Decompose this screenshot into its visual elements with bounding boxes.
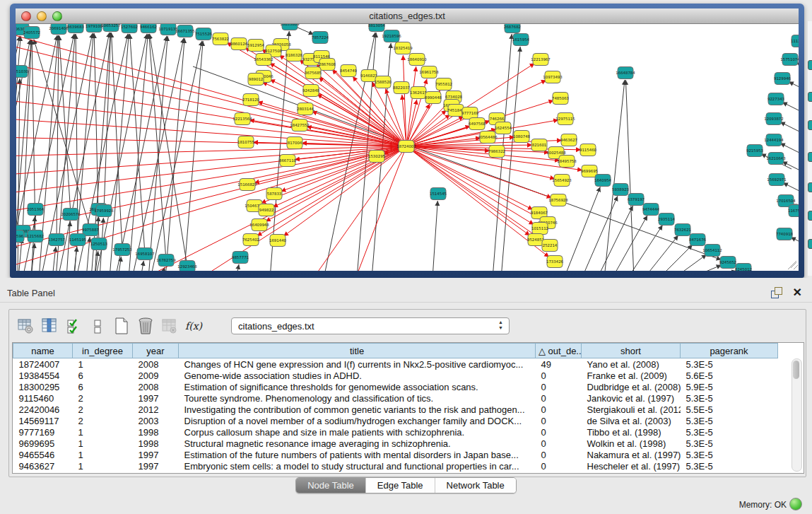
graph-node[interactable]: 15654923 <box>552 175 571 187</box>
edge[interactable] <box>689 265 722 271</box>
graph-node[interactable]: 15692971 <box>767 174 786 186</box>
graph-node[interactable]: 16782759 <box>156 255 176 267</box>
edge[interactable] <box>16 42 406 146</box>
graph-node[interactable]: 12444194 <box>764 134 784 146</box>
graph-node[interactable]: 12213967 <box>531 54 550 66</box>
graph-node[interactable]: 18495758 <box>557 156 577 168</box>
column-header-name[interactable]: name <box>13 344 73 358</box>
edge[interactable] <box>780 122 799 137</box>
edge[interactable] <box>262 82 406 146</box>
graph-node[interactable]: 1588520 <box>375 76 392 88</box>
graph-node[interactable]: 1979100 <box>86 24 103 33</box>
graph-node[interactable]: 9242848 <box>302 85 320 97</box>
resize-grip-icon[interactable] <box>788 261 798 269</box>
graph-node[interactable]: 7740918 <box>776 228 794 240</box>
table-row[interactable]: 1830029562008Estimation of significance … <box>13 381 778 392</box>
edge[interactable] <box>57 35 59 240</box>
graph-node[interactable]: 8667110 <box>279 155 297 167</box>
graph-node[interactable]: 1145195 <box>69 234 86 246</box>
graph-node[interactable]: 17957253 <box>112 244 131 256</box>
graph-node[interactable]: 9474444 <box>642 204 660 216</box>
graph-node[interactable]: 10653257 <box>101 24 120 32</box>
graph-node[interactable]: 1615954 <box>512 34 530 46</box>
column-header-short[interactable]: short <box>582 344 681 358</box>
column-header-year[interactable]: year <box>133 344 179 358</box>
edge[interactable] <box>18 238 22 271</box>
graph-node[interactable]: 8813054 <box>368 24 386 32</box>
graph-node[interactable]: 2651030 <box>16 66 29 78</box>
edge[interactable] <box>52 247 56 271</box>
edge[interactable] <box>130 34 145 254</box>
edge[interactable] <box>165 38 184 271</box>
graph-node[interactable]: 8639683 <box>67 24 84 33</box>
new-table-button[interactable] <box>111 315 132 337</box>
graph-node[interactable]: 17959928 <box>94 205 114 217</box>
graph-node[interactable]: 1810755 <box>237 136 254 148</box>
graph-node[interactable]: 16543362 <box>254 54 273 66</box>
graph-node[interactable]: 15751074 <box>780 54 799 66</box>
tab-network-table[interactable]: Network Table <box>435 478 516 493</box>
edge[interactable] <box>313 146 406 271</box>
graph-node[interactable]: 20691406 <box>49 24 69 35</box>
edge[interactable] <box>59 35 71 214</box>
graph-node[interactable]: 18724007 <box>396 141 416 153</box>
graph-node[interactable]: 16961758 <box>419 66 439 78</box>
unselect-all-button[interactable] <box>87 315 108 337</box>
graph-node[interactable]: 20206576 <box>61 209 81 221</box>
graph-node[interactable]: 1640954 <box>594 175 612 187</box>
edge[interactable] <box>406 146 534 225</box>
table-row[interactable]: 911546021997Tourette syndrome. Phenomeno… <box>13 392 778 404</box>
graph-node[interactable]: 2803144 <box>297 103 314 115</box>
graph-node[interactable]: 1514545 <box>430 188 447 200</box>
edge[interactable] <box>597 206 633 271</box>
column-header-title[interactable]: title <box>179 344 536 358</box>
graph-node[interactable]: 12213564 <box>233 113 252 125</box>
edge[interactable] <box>143 146 406 271</box>
edge[interactable] <box>406 100 417 146</box>
edge[interactable] <box>612 216 647 271</box>
edge[interactable] <box>564 187 600 271</box>
graph-node[interactable]: 7563822 <box>212 33 229 45</box>
edge[interactable] <box>406 146 544 241</box>
graph-node[interactable]: 1691440 <box>269 235 287 247</box>
graph-node[interactable]: 821601 <box>531 139 547 151</box>
table-row[interactable]: 1456911722003Disruption of a novel membe… <box>13 415 778 426</box>
edge[interactable] <box>782 161 799 177</box>
tab-edge-table[interactable]: Edge Table <box>366 478 435 493</box>
delete-column-button[interactable] <box>159 315 180 337</box>
edge[interactable] <box>236 264 239 271</box>
graph-node[interactable]: 9777169 <box>461 107 479 119</box>
table-row[interactable]: 946554611997Estimation of the future num… <box>13 449 778 460</box>
edge[interactable] <box>673 255 707 271</box>
graph-node[interactable]: 10654112 <box>702 245 722 257</box>
graph-node[interactable]: 9466162 <box>140 24 157 33</box>
graph-node[interactable]: 8454749 <box>340 65 358 77</box>
graph-node[interactable]: 5938923 <box>612 184 629 196</box>
graph-node[interactable]: 18325419 <box>393 42 413 54</box>
graph-node[interactable]: 19218596 <box>382 30 401 42</box>
graph-node[interactable]: 7857224 <box>312 32 329 44</box>
graph-node[interactable]: 1342757 <box>48 234 65 246</box>
graph-node[interactable]: 587833 <box>266 188 282 200</box>
graph-node[interactable]: 7515526 <box>195 28 213 40</box>
graph-node[interactable]: 2051364 <box>27 204 45 216</box>
graph-node[interactable]: 12975115 <box>555 113 575 125</box>
graph-node[interactable]: 10973493 <box>543 71 562 83</box>
graph-node[interactable]: 989012 <box>248 74 264 86</box>
tab-node-table[interactable]: Node Table <box>296 478 366 493</box>
graph-node[interactable]: 9215953 <box>746 145 763 157</box>
edge[interactable] <box>433 201 437 271</box>
show-columns-button[interactable] <box>39 315 60 337</box>
graph-node[interactable]: 9245652 <box>719 257 736 269</box>
edge[interactable] <box>501 47 520 271</box>
function-builder-button[interactable]: f(x) <box>183 315 204 337</box>
graph-node[interactable]: 6497568 <box>469 118 486 130</box>
graph-node[interactable]: 16671355 <box>175 25 194 37</box>
graph-node[interactable]: 9860124 <box>230 38 248 50</box>
graph-node[interactable]: 1167533 <box>788 205 799 217</box>
graph-node[interactable]: 817004 <box>287 137 302 149</box>
graph-node[interactable]: 18640910 <box>407 54 427 66</box>
edge[interactable] <box>16 146 406 214</box>
graph-node[interactable]: 2935114 <box>658 214 676 226</box>
edge[interactable] <box>149 34 166 260</box>
